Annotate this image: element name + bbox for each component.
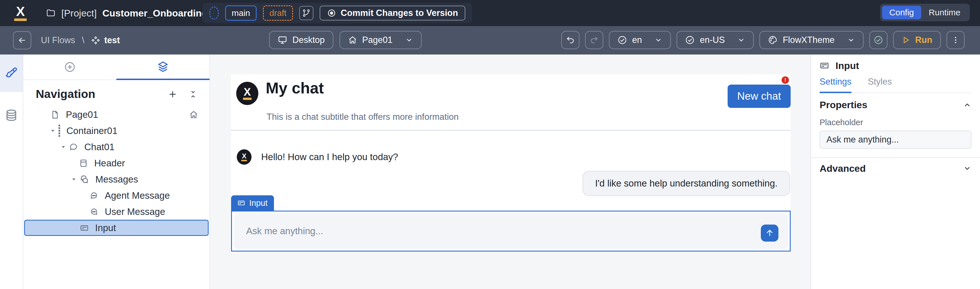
back-button[interactable] <box>13 31 31 49</box>
tree-item-label: Page01 <box>66 109 98 120</box>
placeholder-field-input[interactable] <box>819 130 972 149</box>
branch-chip[interactable]: main <box>225 5 257 21</box>
chevron-down-icon <box>654 36 662 44</box>
input-field-icon <box>819 61 829 70</box>
play-icon <box>902 36 910 44</box>
undo-button[interactable] <box>561 31 579 49</box>
run-button[interactable]: Run <box>893 31 941 49</box>
user-message-bubble: I'd like some help understanding somethi… <box>582 171 790 196</box>
git-branch-icon <box>302 9 310 17</box>
properties-section-label: Properties <box>819 99 867 110</box>
redo-button[interactable] <box>585 31 603 49</box>
tree-item-header[interactable]: Header <box>23 155 210 171</box>
app-top-bar: X [Project] Customer_Onboarding main dra… <box>0 0 980 26</box>
collapse-all-button[interactable] <box>188 90 197 99</box>
panel-tabs: Settings Styles <box>819 77 972 93</box>
navigation-panel-tabs <box>23 54 210 80</box>
project-name: Customer_Onboarding <box>102 8 207 19</box>
data-mode-button[interactable] <box>0 102 23 129</box>
flow-name: test <box>104 35 120 45</box>
navigation-header: Navigation <box>23 80 210 103</box>
chat-bubble-icon <box>69 143 78 152</box>
selected-component-name: Input <box>835 60 859 71</box>
page-icon <box>51 110 60 119</box>
tree-item-page01[interactable]: Page01 <box>23 106 210 123</box>
advanced-section-header[interactable]: Advanced <box>819 158 972 179</box>
tree-item-user-message[interactable]: User Message <box>23 203 210 220</box>
chat-component-preview: X My chat This is a chat subtitle that o… <box>231 75 791 251</box>
version-control-group: main draft Commit Changes to Version <box>202 3 472 23</box>
locale-label: en-US <box>700 35 725 45</box>
kebab-menu-icon <box>951 36 960 44</box>
flow-diamonds-icon <box>91 36 100 45</box>
properties-section-header[interactable]: Properties <box>819 99 972 110</box>
theme-label: FlowXTheme <box>783 35 835 45</box>
caret-down-icon[interactable] <box>71 176 76 182</box>
advanced-section-label: Advanced <box>819 163 866 174</box>
commit-changes-button[interactable]: Commit Changes to Version <box>320 6 465 21</box>
page-label: Page01 <box>362 35 393 45</box>
design-mode-button[interactable] <box>0 54 23 92</box>
chat-input[interactable] <box>246 213 700 249</box>
tree-item-agent-message[interactable]: Agent Message <box>23 187 210 203</box>
language-selector[interactable]: en <box>609 31 671 49</box>
validate-button[interactable] <box>869 31 888 49</box>
agent-message-icon <box>89 191 99 200</box>
monitor-icon <box>278 35 287 45</box>
theme-selector[interactable]: FlowXTheme <box>759 31 864 49</box>
avatar-placeholder-icon[interactable] <box>209 6 219 20</box>
tree-item-messages[interactable]: Messages <box>23 171 210 187</box>
tree-item-label: User Message <box>105 206 165 217</box>
locale-selector[interactable]: en-US <box>676 31 754 49</box>
properties-panel-header: Input <box>819 59 972 73</box>
tree-item-label: Input <box>95 222 116 233</box>
breadcrumb-separator: \ <box>82 35 84 45</box>
git-branch-button[interactable] <box>299 6 313 20</box>
device-label: Desktop <box>293 35 325 45</box>
main-area: Navigation Page01 Container01 <box>0 54 980 289</box>
more-options-button[interactable] <box>947 31 965 49</box>
tab-add-component[interactable] <box>23 54 116 79</box>
config-tab[interactable]: Config <box>882 6 921 19</box>
tree-item-input-selected[interactable]: Input <box>24 220 208 236</box>
avatar-underline <box>241 160 247 161</box>
tree-item-label: Container01 <box>67 125 118 136</box>
agent-avatar: X <box>237 149 251 165</box>
tab-settings[interactable]: Settings <box>819 77 851 93</box>
tree-item-label: Agent Message <box>105 190 170 201</box>
chat-input-selected <box>231 211 791 251</box>
page-selector[interactable]: Page01 <box>339 31 422 49</box>
plus-circle-icon <box>64 61 76 73</box>
flowx-logo[interactable]: X <box>13 5 28 21</box>
add-node-button[interactable] <box>167 89 178 99</box>
chat-input-field[interactable] <box>234 213 788 249</box>
tab-styles[interactable]: Styles <box>868 77 892 92</box>
left-icon-rail <box>0 54 23 289</box>
paintbrush-icon <box>5 67 18 80</box>
avatar-letter: X <box>242 153 247 159</box>
messages-icon <box>80 175 89 184</box>
send-button[interactable] <box>761 225 778 241</box>
commit-icon <box>327 8 336 17</box>
logo-underline <box>14 19 27 21</box>
caret-down-icon[interactable] <box>50 128 56 134</box>
caret-down-icon[interactable] <box>60 144 66 150</box>
runtime-tab[interactable]: Runtime <box>921 6 968 19</box>
new-chat-button[interactable]: New chat <box>728 84 791 108</box>
tree-item-chat01[interactable]: Chat01 <box>23 139 210 155</box>
breadcrumb-ui-flows[interactable]: UI Flows <box>41 35 75 45</box>
chat-header-divider <box>231 130 791 130</box>
layers-icon <box>157 60 169 73</box>
draft-chip[interactable]: draft <box>263 5 293 21</box>
device-selector[interactable]: Desktop <box>269 31 333 49</box>
header-block-icon <box>79 159 88 168</box>
tree-item-container01[interactable]: Container01 <box>23 123 210 139</box>
device-page-controls: Desktop Page01 <box>269 31 422 49</box>
chevron-down-icon <box>847 36 855 44</box>
tab-layers[interactable] <box>116 54 210 80</box>
undo-icon <box>566 35 575 44</box>
project-title: [Project] Customer_Onboarding <box>46 8 207 19</box>
chevron-down-icon <box>737 36 745 44</box>
agent-message-text: Hello! How can I help you today? <box>261 152 398 162</box>
navigation-title: Navigation <box>36 87 157 101</box>
